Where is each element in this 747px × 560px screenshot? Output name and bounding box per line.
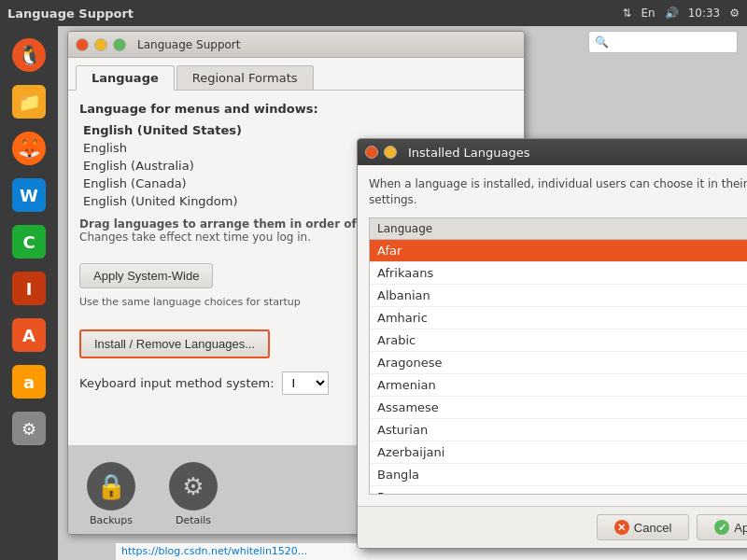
- dialog-description: When a language is installed, individual…: [369, 176, 747, 208]
- dock-item-software[interactable]: A: [7, 314, 50, 357]
- dock-item-files[interactable]: 📁: [7, 80, 50, 123]
- list-item[interactable]: Arabic: [370, 329, 747, 352]
- calc-icon: C: [12, 225, 46, 259]
- dialog-close-button[interactable]: [365, 146, 378, 159]
- impress-icon: I: [12, 272, 46, 305]
- topbar-icons: ⇅ En 🔊 10:33 ⚙: [622, 7, 740, 20]
- volume-icon[interactable]: 🔊: [665, 7, 679, 20]
- apply-label: Apply >: [734, 521, 747, 535]
- install-remove-languages-button[interactable]: Install / Remove Languages...: [79, 329, 270, 358]
- dock-item-impress[interactable]: I: [7, 267, 50, 310]
- clock: 10:33: [688, 7, 721, 20]
- dock-item-ubuntu[interactable]: 🐧: [7, 34, 50, 77]
- cancel-icon: ✕: [614, 520, 629, 535]
- dock-item-firefox[interactable]: 🦊: [7, 127, 50, 170]
- dialog-body: When a language is installed, individual…: [358, 165, 747, 506]
- dock-item-amazon[interactable]: a: [7, 360, 50, 403]
- tab-regional[interactable]: Regional Formats: [176, 65, 314, 90]
- backups-icon: 🔒: [87, 462, 135, 511]
- list-item[interactable]: Albanian: [370, 285, 747, 307]
- top-bar: Language Support ⇅ En 🔊 10:33 ⚙: [0, 0, 747, 26]
- lang-support-titlebar: Language Support: [68, 32, 524, 58]
- dock-item-writer[interactable]: W: [7, 174, 50, 217]
- lang-support-window-title: Language Support: [137, 38, 240, 51]
- lang-indicator[interactable]: En: [641, 7, 655, 20]
- cancel-label: Cancel: [634, 521, 671, 535]
- apply-icon: ✓: [714, 520, 729, 535]
- amazon-icon: a: [12, 365, 46, 399]
- list-item[interactable]: Asturian: [370, 419, 747, 441]
- tab-bar: Language Regional Formats: [68, 58, 524, 91]
- writer-icon: W: [12, 178, 46, 212]
- details-icon-item[interactable]: ⚙ Details: [160, 462, 227, 526]
- list-item[interactable]: Aragonese: [370, 352, 747, 374]
- installed-lang-list[interactable]: Afar Afrikaans Albanian Amharic Arabic A…: [369, 239, 747, 495]
- list-item[interactable]: Basque: [370, 486, 747, 495]
- list-item[interactable]: Afar: [370, 240, 747, 262]
- list-item[interactable]: Amharic: [370, 307, 747, 329]
- details-label: Details: [176, 514, 211, 526]
- firefox-icon: 🦊: [12, 132, 46, 165]
- list-item[interactable]: Bangla: [370, 464, 747, 486]
- backups-icon-item[interactable]: 🔒 Backups: [78, 462, 145, 526]
- ubuntu-icon: 🐧: [12, 38, 46, 72]
- system-settings-icon[interactable]: ⚙: [729, 7, 740, 20]
- software-icon: A: [12, 318, 46, 352]
- dialog-title: Installed Languages: [408, 146, 747, 160]
- tab-language[interactable]: Language: [76, 65, 175, 91]
- main-search: [588, 31, 738, 53]
- dialog-minimize-button[interactable]: [384, 146, 397, 159]
- list-item[interactable]: English (United States): [79, 121, 513, 139]
- list-item[interactable]: Afrikaans: [370, 262, 747, 285]
- minimize-button[interactable]: [94, 38, 107, 51]
- list-item[interactable]: Armenian: [370, 374, 747, 397]
- dock-item-calc[interactable]: C: [7, 220, 50, 263]
- search-input[interactable]: [588, 31, 738, 53]
- dialog-titlebar: Installed Languages: [358, 139, 747, 165]
- dock: 🐧 📁 🦊 W C I A a ⚙: [0, 26, 58, 560]
- topbar-title: Language Support: [7, 7, 622, 21]
- list-item[interactable]: Assamese: [370, 397, 747, 419]
- maximize-button[interactable]: [113, 38, 126, 51]
- keyboard-icon: ⇅: [622, 7, 631, 20]
- list-item[interactable]: Azerbaijani: [370, 441, 747, 464]
- dialog-footer: ✕ Cancel ✓ Apply >: [358, 506, 747, 548]
- keyboard-label: Keyboard input method system:: [79, 376, 275, 390]
- drag-hint-2: Changes take effect next time you log in…: [79, 231, 311, 244]
- cancel-button[interactable]: ✕ Cancel: [597, 514, 689, 540]
- details-icon: ⚙: [169, 462, 218, 511]
- apply-system-wide-button[interactable]: Apply System-Wide: [79, 263, 213, 288]
- backups-label: Backups: [90, 514, 133, 526]
- section-label: Language for menus and windows:: [79, 102, 513, 116]
- installed-languages-dialog: Installed Languages When a language is i…: [357, 138, 747, 549]
- main-area: Language Support Language Regional Forma…: [58, 26, 747, 560]
- files-icon: 📁: [12, 85, 46, 119]
- lang-column-header: Language: [369, 217, 747, 239]
- keyboard-method-select[interactable]: I: [282, 371, 329, 395]
- apply-button[interactable]: ✓ Apply >: [697, 514, 747, 540]
- close-button[interactable]: [76, 38, 89, 51]
- dock-item-settings[interactable]: ⚙: [7, 407, 50, 450]
- dock-settings-icon: ⚙: [12, 412, 46, 445]
